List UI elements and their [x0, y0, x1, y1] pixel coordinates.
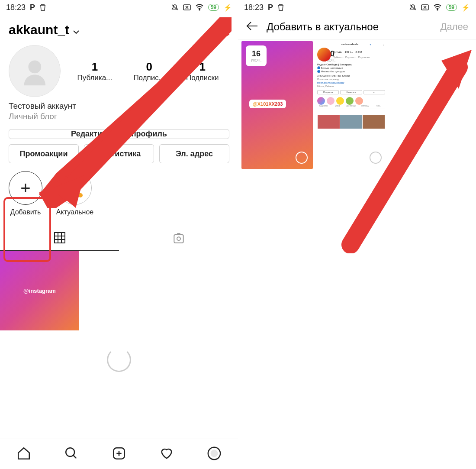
- highlight-add[interactable]: + Добавить: [6, 171, 45, 216]
- box-x-icon: [183, 4, 191, 10]
- selection-ring-icon-2: [370, 152, 382, 164]
- nav-heart-icon[interactable]: [159, 446, 174, 463]
- header: Добавить в актуальное Далее: [238, 15, 476, 39]
- p-icon: P: [30, 3, 35, 12]
- tab-tagged[interactable]: [119, 225, 238, 251]
- header-title: Добавить в актуальное: [267, 21, 433, 33]
- email-button[interactable]: Эл. адрес: [159, 144, 229, 163]
- profile-category: Личный блог: [9, 112, 229, 121]
- username: akkaunt_t: [9, 23, 69, 37]
- box-x-icon-2: [421, 4, 429, 10]
- menu-icon[interactable]: [216, 26, 229, 35]
- screen-profile: 18:23 P 59 ⚡: [0, 0, 238, 469]
- highlights-row: + Добавить: [0, 163, 238, 220]
- plus-icon: +: [20, 179, 30, 197]
- profile-bio: Тестовый аккаунт Личный блог: [0, 97, 238, 121]
- trash-icon-2: [277, 3, 284, 11]
- stat-followers[interactable]: 0 Подпис...: [133, 60, 165, 82]
- charge-icon: ⚡: [223, 3, 232, 12]
- promo-button[interactable]: Промоакции: [9, 144, 79, 163]
- mute-icon-2: [409, 3, 417, 11]
- tab-grid[interactable]: [0, 225, 119, 251]
- stat-following[interactable]: 1 Подписки: [186, 60, 219, 82]
- profile-stats-row: 1 Публика... 0 Подпис... 1 Подписки: [0, 41, 238, 97]
- screen-add-highlight: 18:23 P 59 ⚡ Добавить в актуальное Далее…: [238, 0, 476, 469]
- status-bar: 18:23 P 59 ⚡: [0, 0, 238, 15]
- next-button[interactable]: Далее: [441, 21, 468, 32]
- stat-posts[interactable]: 1 Публика...: [77, 60, 113, 82]
- svg-point-5: [177, 237, 180, 240]
- status-time-2: 18:23: [244, 3, 264, 12]
- back-icon[interactable]: [246, 21, 259, 33]
- svg-point-1: [199, 10, 200, 10]
- svg-rect-3: [55, 233, 65, 243]
- status-bar-2: 18:23 P 59 ⚡: [238, 0, 476, 15]
- charge-icon-2: ⚡: [461, 3, 470, 12]
- story-1-mention: @X101XX203: [249, 100, 286, 108]
- chevron-down-icon: [73, 23, 80, 37]
- stats-button[interactable]: Статистика: [84, 144, 154, 163]
- profile-tabs: [0, 225, 238, 251]
- username-switcher[interactable]: akkaunt_t: [9, 23, 80, 37]
- wifi-icon: [195, 4, 204, 11]
- nav-search-icon[interactable]: [64, 446, 79, 463]
- posts-grid: @instagram: [0, 251, 238, 330]
- svg-rect-4: [174, 235, 183, 243]
- story-1[interactable]: 16 ИЮН. @X101XX203: [241, 41, 313, 169]
- story-1-date: 16 ИЮН.: [246, 45, 267, 66]
- post-tag: @instagram: [23, 288, 56, 294]
- highlight-actual-label: Актуальное: [56, 208, 93, 216]
- status-time: 18:23: [6, 3, 26, 12]
- stories-row: 16 ИЮН. @X101XX203 30 ИЮН. radiosvaboda …: [238, 39, 476, 171]
- trash-icon: [39, 3, 46, 11]
- p-icon-2: P: [268, 3, 273, 12]
- svg-point-2: [28, 60, 41, 73]
- story-2[interactable]: 30 ИЮН. radiosvaboda ✔ ⋮ 11 тыс.149 т...…: [315, 41, 387, 169]
- profile-name: Тестовый аккаунт: [9, 101, 229, 111]
- nav-profile-icon[interactable]: [207, 446, 222, 463]
- bottom-nav: [0, 439, 238, 469]
- highlight-add-label: Добавить: [10, 208, 41, 216]
- avatar[interactable]: [9, 45, 61, 97]
- loading-spinner: [107, 348, 131, 372]
- battery-icon: 59: [208, 4, 219, 11]
- edit-profile-button[interactable]: Редактировать профиль: [9, 129, 229, 139]
- nav-add-icon[interactable]: [112, 446, 126, 463]
- story-2-content: radiosvaboda ✔ ⋮ 11 тыс.149 т...2 242 Пу…: [315, 41, 387, 169]
- highlight-actual[interactable]: Актуальное: [55, 171, 94, 216]
- battery-icon-2: 59: [446, 4, 457, 11]
- nav-home-icon[interactable]: [16, 446, 31, 463]
- svg-point-6: [66, 448, 74, 456]
- mute-icon: [171, 3, 179, 11]
- profile-header: akkaunt_t: [0, 15, 238, 41]
- svg-point-9: [211, 450, 218, 457]
- wifi-icon-2: [433, 4, 442, 11]
- svg-point-11: [437, 10, 438, 10]
- post-1[interactable]: @instagram: [0, 251, 79, 330]
- selection-ring-icon: [296, 152, 308, 164]
